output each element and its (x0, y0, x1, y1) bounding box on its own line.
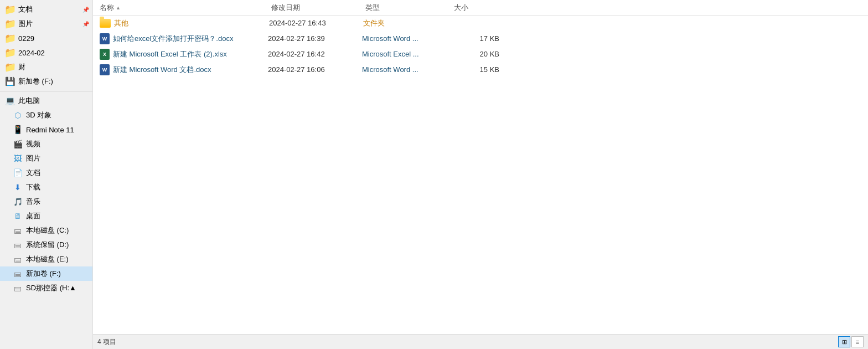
file-type: Microsoft Word ... (362, 34, 451, 43)
column-headers: 名称 ▲ 修改日期 类型 大小 (93, 0, 868, 16)
sidebar-icon-documents2: 📄 (12, 167, 23, 178)
sidebar-item-folder-2024-02[interactable]: 📁2024-02 (0, 45, 92, 60)
sidebar-label-documents2: 文档 (26, 168, 89, 178)
file-row[interactable]: W 新建 Microsoft Word 文档.docx 2024-02-27 1… (93, 62, 868, 78)
file-name: 新建 Microsoft Excel 工作表 (2).xlsx (113, 49, 268, 59)
word-icon: W (100, 64, 110, 75)
file-list: 其他 2024-02-27 16:43 文件夹 W 如何给excel文件添加打开… (93, 16, 868, 334)
col-type-label: 类型 (365, 3, 380, 13)
sidebar-item-3d-objects[interactable]: ⬡3D 对象 (0, 108, 92, 122)
sidebar-label-pictures: 图片 (18, 19, 81, 29)
sidebar-label-redmi-note: Redmi Note 11 (26, 126, 89, 134)
sidebar-icon-disk-e: 🖴 (12, 254, 23, 265)
sidebar-nav: 📁文档📌📁图片📌📁0229📁2024-02📁财💾新加卷 (F:)💻此电脑⬡3D … (0, 0, 92, 349)
sidebar-icon-disk-c: 🖴 (12, 225, 23, 236)
file-name: 新建 Microsoft Word 文档.docx (113, 65, 268, 75)
sidebar-label-folder-cai: 财 (18, 62, 89, 72)
sidebar-label-disk-more: SD那控器 (H:▲ (26, 283, 89, 293)
view-controls: ⊞ ≡ (838, 336, 864, 347)
sidebar-icon-drive-f: 💾 (4, 76, 16, 87)
pin-icon-pictures: 📌 (82, 21, 89, 27)
sidebar-icon-3d-objects: ⬡ (12, 110, 23, 121)
sidebar-label-this-pc: 此电脑 (18, 96, 89, 106)
sidebar-label-folder-2024-02: 2024-02 (18, 49, 89, 57)
sidebar-label-music: 音乐 (26, 197, 89, 207)
col-size-label: 大小 (454, 3, 468, 13)
sidebar-item-music[interactable]: 🎵音乐 (0, 194, 92, 209)
sidebar-icon-folder-2024-02: 📁 (4, 47, 16, 58)
sidebar-item-pictures2[interactable]: 🖼图片 (0, 151, 92, 166)
sidebar-label-documents: 文档 (18, 4, 81, 14)
sidebar-label-disk-e: 本地磁盘 (E:) (26, 254, 89, 264)
sidebar: 📁文档📌📁图片📌📁0229📁2024-02📁财💾新加卷 (F:)💻此电脑⬡3D … (0, 0, 93, 349)
sidebar-item-documents2[interactable]: 📄文档 (0, 166, 92, 180)
word-icon: W (100, 33, 110, 44)
sidebar-item-video[interactable]: 🎬视频 (0, 137, 92, 151)
sidebar-item-pictures[interactable]: 📁图片📌 (0, 17, 92, 31)
sidebar-icon-pictures2: 🖼 (12, 153, 23, 164)
file-row[interactable]: 其他 2024-02-27 16:43 文件夹 (93, 16, 868, 31)
col-name-label: 名称 (100, 3, 114, 13)
file-type: Microsoft Excel ... (362, 50, 451, 58)
sidebar-item-disk-e[interactable]: 🖴本地磁盘 (E:) (0, 252, 92, 266)
sidebar-item-desktop[interactable]: 🖥桌面 (0, 209, 92, 223)
sidebar-label-disk-f-active: 新加卷 (F:) (26, 269, 89, 279)
main-panel: 名称 ▲ 修改日期 类型 大小 其他 2024-02-27 16:43 文件夹 … (93, 0, 868, 349)
sidebar-item-folder-0229[interactable]: 📁0229 (0, 31, 92, 45)
sidebar-icon-folder-0229: 📁 (4, 33, 16, 44)
sidebar-icon-video: 🎬 (12, 138, 23, 150)
details-view-button[interactable]: ⊞ (838, 336, 850, 347)
file-date: 2024-02-27 16:43 (269, 19, 363, 27)
file-name: 如何给excel文件添加打开密码？.docx (113, 34, 268, 44)
file-date: 2024-02-27 16:06 (268, 65, 362, 74)
sidebar-label-downloads: 下载 (26, 182, 89, 192)
file-type: 文件夹 (363, 18, 452, 28)
sidebar-icon-redmi-note: 📱 (12, 124, 23, 135)
sidebar-icon-disk-more: 🖴 (12, 283, 23, 294)
file-size: 15 KB (451, 65, 506, 74)
item-count: 4 项目 (97, 337, 116, 347)
status-bar: 4 项目 ⊞ ≡ (93, 334, 868, 349)
excel-icon: X (100, 49, 110, 60)
sidebar-item-documents[interactable]: 📁文档📌 (0, 2, 92, 17)
sidebar-icon-documents: 📁 (4, 4, 16, 15)
file-size: 20 KB (451, 50, 506, 58)
sidebar-item-disk-more[interactable]: 🖴SD那控器 (H:▲ (0, 281, 92, 295)
sidebar-label-video: 视频 (26, 139, 89, 149)
list-view-button[interactable]: ≡ (851, 336, 864, 347)
sidebar-item-drive-f[interactable]: 💾新加卷 (F:) (0, 74, 92, 89)
file-type: Microsoft Word ... (362, 65, 451, 74)
col-date-label: 修改日期 (271, 3, 300, 13)
sidebar-label-disk-d: 系统保留 (D:) (26, 240, 89, 250)
sidebar-icon-this-pc: 💻 (4, 95, 16, 106)
sidebar-icon-music: 🎵 (12, 196, 23, 207)
sidebar-label-folder-0229: 0229 (18, 34, 89, 43)
sidebar-icon-disk-d: 🖴 (12, 239, 23, 250)
file-row[interactable]: W 如何给excel文件添加打开密码？.docx 2024-02-27 16:3… (93, 31, 868, 47)
sidebar-item-disk-c[interactable]: 🖴本地磁盘 (C:) (0, 223, 92, 238)
file-size: 17 KB (451, 34, 506, 43)
sidebar-label-3d-objects: 3D 对象 (26, 110, 89, 120)
col-header-name[interactable]: 名称 ▲ (100, 3, 271, 13)
sidebar-label-pictures2: 图片 (26, 153, 89, 163)
sidebar-label-disk-c: 本地磁盘 (C:) (26, 225, 89, 235)
sidebar-item-this-pc[interactable]: 💻此电脑 (0, 94, 92, 108)
sidebar-icon-downloads: ⬇ (12, 182, 23, 193)
sidebar-item-redmi-note[interactable]: 📱Redmi Note 11 (0, 122, 92, 137)
col-header-date[interactable]: 修改日期 (271, 3, 365, 13)
col-header-type[interactable]: 类型 (365, 3, 454, 13)
file-date: 2024-02-27 16:42 (268, 50, 362, 58)
sidebar-item-disk-f-active[interactable]: 🖴新加卷 (F:) (0, 266, 92, 281)
sidebar-label-desktop: 桌面 (26, 211, 89, 221)
sort-arrow: ▲ (116, 5, 121, 11)
sidebar-item-disk-d[interactable]: 🖴系统保留 (D:) (0, 238, 92, 252)
sidebar-label-drive-f: 新加卷 (F:) (18, 76, 89, 86)
sidebar-icon-folder-cai: 📁 (4, 61, 16, 73)
sidebar-icon-pictures: 📁 (4, 18, 16, 29)
file-date: 2024-02-27 16:39 (268, 34, 362, 43)
file-row[interactable]: X 新建 Microsoft Excel 工作表 (2).xlsx 2024-0… (93, 47, 868, 62)
sidebar-icon-desktop: 🖥 (12, 211, 23, 222)
sidebar-item-downloads[interactable]: ⬇下载 (0, 180, 92, 194)
sidebar-item-folder-cai[interactable]: 📁财 (0, 60, 92, 74)
col-header-size[interactable]: 大小 (454, 3, 509, 13)
